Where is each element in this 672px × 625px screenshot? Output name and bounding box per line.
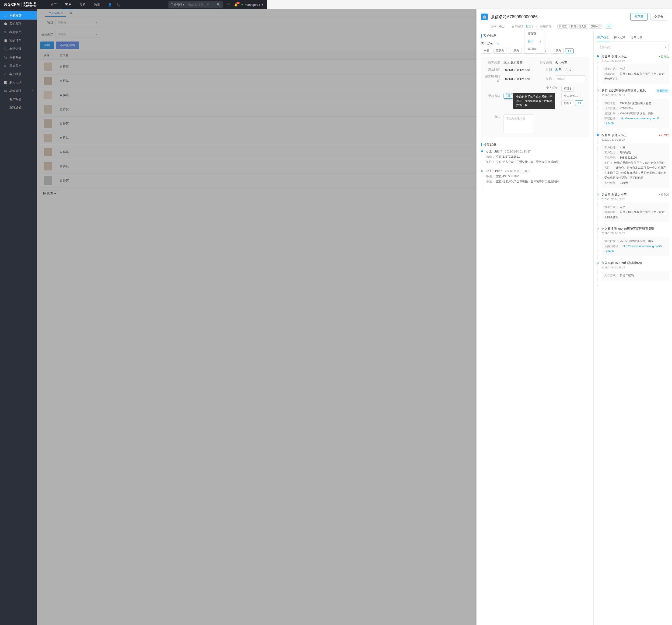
user-menu[interactable]: manager11▾ — [241, 3, 263, 6]
top-nav: 推广客户质检数据 — [46, 0, 104, 9]
sidebar-icon: 🛍 — [4, 56, 7, 59]
sidebar-item-9[interactable]: 🏷标签管理˄ — [0, 87, 37, 95]
user-icon[interactable]: 👤 — [108, 3, 112, 6]
overlay[interactable] — [37, 9, 267, 249]
sidebar-item-1[interactable]: 💬我的群聊 — [0, 20, 37, 28]
sidebar-item-0[interactable]: ◴我的好友 — [0, 11, 37, 20]
sidebar-icon: ↻ — [4, 64, 7, 67]
sidebar-item-6[interactable]: ↻流失客户 — [0, 61, 37, 70]
sidebar-icon: 💬 — [4, 22, 7, 25]
sidebar-item-7[interactable]: ⇄客户继承 — [0, 70, 37, 78]
sidebar: ◴我的好友💬我的群聊▽我的学员📋我的订单📞电话记录🛍我的商品↻流失客户⇄客户继承… — [0, 9, 37, 249]
sidebar-icon: ▽ — [4, 30, 7, 34]
search-input[interactable] — [187, 2, 214, 8]
sidebar-sub-群聊标签[interactable]: 群聊标签 — [0, 103, 37, 112]
search-icon[interactable]: 🔍 — [214, 3, 223, 6]
sidebar-item-2[interactable]: ▽我的学员 — [0, 28, 37, 36]
notification-icon[interactable]: 🔔5 — [234, 3, 238, 6]
nav-数据[interactable]: 数据 — [90, 0, 104, 9]
header: 云朵CRM 教育机构一站式服务云平台 推广客户质检数据 👤 📞 手机号码 ▾ 🔍… — [0, 0, 267, 9]
sidebar-item-3[interactable]: 📋我的订单 — [0, 36, 37, 45]
sidebar-icon: 📝 — [4, 81, 7, 84]
nav-推广[interactable]: 推广 — [46, 0, 61, 9]
sidebar-item-4[interactable]: 📞电话记录 — [0, 45, 37, 53]
sidebar-sub-客户标签[interactable]: 客户标签 — [0, 95, 37, 103]
sidebar-icon: 📞 — [4, 47, 7, 51]
phone-icon[interactable]: 📞 — [116, 3, 120, 6]
sidebar-icon: 📋 — [4, 39, 7, 42]
nav-客户[interactable]: 客户 — [61, 0, 75, 9]
mobile-icon[interactable]: 📱 — [226, 3, 230, 6]
sidebar-icon: ◴ — [4, 14, 7, 17]
sidebar-item-5[interactable]: 🛍我的商品 — [0, 53, 37, 61]
logo: 云朵CRM 教育机构一站式服务云平台 — [4, 2, 36, 7]
nav-质检[interactable]: 质检 — [75, 0, 90, 9]
search-type-select[interactable]: 手机号码 ▾ — [168, 3, 187, 7]
sidebar-item-8[interactable]: 📝删人记录 — [0, 78, 37, 87]
search-box: 手机号码 ▾ 🔍 — [168, 1, 223, 8]
sidebar-icon: 🏷 — [4, 89, 7, 93]
sidebar-icon: ⇄ — [4, 73, 7, 76]
status-dot — [241, 4, 243, 5]
